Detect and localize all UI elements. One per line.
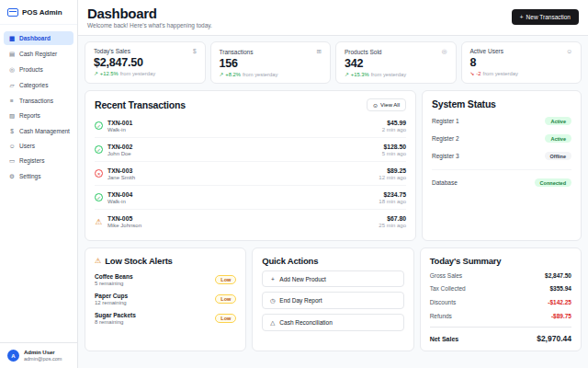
todays-summary-title: Today's Summary — [430, 256, 502, 266]
summary-label: Discounts — [430, 299, 457, 305]
stat-value: 8 — [470, 56, 573, 69]
user-email: admin@pos.com — [24, 356, 62, 362]
check-circle-icon: ✓ — [95, 193, 103, 201]
recent-transactions-title: Recent Transactions — [95, 99, 186, 110]
trend-value: +12.5% — [100, 71, 119, 76]
sidebar-user[interactable]: A Admin User admin@pos.com — [0, 342, 77, 368]
check-circle-icon: ✓ — [95, 145, 103, 154]
transaction-row-txn-004[interactable]: ✓ TXN-004 Walk-in $234.75 18 min ago — [95, 186, 406, 210]
cash-register-icon: ▤ — [8, 51, 16, 58]
reports-icon: ▨ — [8, 112, 16, 120]
stock-product-name: Sugar Packets — [95, 312, 136, 318]
low-badge: Low — [215, 294, 236, 304]
low-stock-list: Coffee Beans 5 remaining Low Paper Cups … — [95, 270, 236, 328]
trend-value: +15.3% — [351, 72, 369, 77]
transaction-customer: Jane Smith — [107, 175, 135, 180]
settings-icon: ⚙ — [8, 173, 16, 180]
bottom-row: ⚠ Low Stock Alerts Coffee Beans 5 remain… — [85, 247, 582, 351]
sidebar-item-label: Categories — [19, 82, 48, 88]
transaction-customer: Walk-in — [107, 199, 132, 204]
new-transaction-button[interactable]: + New Transaction — [512, 9, 579, 25]
users-icon: ☺ — [8, 143, 16, 149]
trend-suffix: from yesterday — [371, 72, 406, 77]
transaction-time: 2 min ago — [382, 127, 406, 132]
transaction-customer: Mike Johnson — [107, 223, 141, 228]
sidebar-item-products[interactable]: ◎ Products — [4, 63, 74, 76]
summary-value: $2,847.50 — [545, 272, 571, 279]
sidebar-item-dashboard[interactable]: ▦ Dashboard — [4, 31, 74, 45]
sidebar-item-label: Products — [19, 66, 43, 73]
stat-trend: ↗ +8.2% from yesterday — [220, 72, 322, 77]
summary-row-tax-collected: Tax Collected $355.94 — [430, 282, 571, 296]
add-new-product-button[interactable]: + Add New Product — [262, 270, 403, 287]
net-sales-row: Net Sales $2,970.44 — [430, 327, 571, 343]
app-title: POS Admin — [22, 8, 62, 17]
transaction-row-txn-002[interactable]: ✓ TXN-002 John Doe $128.50 5 min ago — [95, 138, 406, 162]
net-sales-label: Net Sales — [430, 336, 459, 342]
quick-action-label: End Day Report — [279, 297, 322, 304]
sidebar-item-label: Registers — [19, 157, 44, 164]
transaction-amount: $234.75 — [379, 191, 406, 198]
sidebar-item-categories[interactable]: ▱ Categories — [4, 78, 74, 92]
stock-item-sugar-packets: Sugar Packets 8 remaining Low — [95, 308, 236, 328]
status-label: Register 1 — [432, 118, 459, 124]
x-circle-icon: × — [95, 169, 103, 178]
transaction-id: TXN-002 — [107, 144, 132, 150]
sidebar-item-cash-register[interactable]: ▤ Cash Register — [4, 47, 74, 61]
summary-value: -$142.25 — [548, 299, 571, 305]
stat-products-sold: Products Sold ◎ 342 ↗ +15.3% from yester… — [335, 41, 457, 84]
sidebar-item-cash-management[interactable]: $ Cash Management — [4, 124, 74, 137]
main-area: Dashboard Welcome back! Here's what's ha… — [78, 0, 588, 368]
users-icon: ☺ — [566, 48, 572, 54]
stat-trend: ↗ +12.5% from yesterday — [94, 71, 197, 76]
low-stock-title: Low Stock Alerts — [105, 256, 173, 266]
transaction-amount: $67.80 — [379, 215, 406, 222]
transaction-amount: $45.99 — [382, 120, 406, 126]
transaction-time: 5 min ago — [382, 151, 406, 156]
end-day-report-button[interactable]: ◷ End Day Report — [262, 292, 403, 309]
low-badge: Low — [215, 314, 236, 323]
middle-row: Recent Transactions ⊙ View All ✓ — [85, 90, 582, 241]
transaction-row-txn-005[interactable]: ⚠ TXN-005 Mike Johnson $67.80 25 min ago — [95, 210, 406, 233]
transaction-row-txn-003[interactable]: × TXN-003 Jane Smith $89.25 12 min ago — [95, 162, 406, 186]
sidebar-item-transactions[interactable]: ≡ Transactions — [4, 94, 74, 107]
trend-arrow-icon: ↗ — [94, 71, 98, 76]
stat-value: 156 — [220, 57, 322, 70]
sidebar-item-label: Cash Register — [19, 51, 57, 57]
transaction-amount: $89.25 — [379, 167, 406, 174]
stat-trend: ↘ -2 from yesterday — [470, 71, 573, 76]
categories-icon: ▱ — [8, 82, 16, 89]
sidebar-item-reports[interactable]: ▨ Reports — [4, 109, 74, 122]
transaction-row-txn-001[interactable]: ✓ TXN-001 Walk-in $45.99 2 min ago — [95, 114, 406, 138]
dashboard-content: Today's Sales $ $2,847.50 ↗ +12.5% from … — [78, 36, 588, 368]
trend-arrow-icon: ↗ — [220, 72, 224, 77]
cash-reconciliation-button[interactable]: △ Cash Reconciliation — [262, 314, 403, 331]
dollar-icon: $ — [193, 48, 197, 54]
summary-value: -$89.75 — [551, 313, 571, 319]
recent-transactions-panel: Recent Transactions ⊙ View All ✓ — [85, 90, 416, 241]
sidebar-item-settings[interactable]: ⚙ Settings — [4, 169, 74, 183]
quick-action-label: Add New Product — [279, 276, 326, 282]
summary-row-gross-sales: Gross Sales $2,847.50 — [430, 269, 571, 282]
status-label: Register 3 — [432, 153, 459, 159]
warning-triangle-icon: ⚠ — [95, 257, 101, 265]
stat-label: Products Sold — [345, 49, 381, 55]
view-all-label: View All — [380, 102, 400, 108]
plus-icon: + — [520, 14, 524, 20]
summary-label: Gross Sales — [430, 272, 462, 279]
summary-value: $355.94 — [549, 285, 571, 292]
status-badge: Offline — [545, 152, 571, 160]
package-icon: ◎ — [442, 48, 447, 55]
scale-icon: △ — [269, 319, 276, 327]
sidebar-item-label: Settings — [19, 173, 41, 179]
user-name: Admin User — [24, 350, 62, 355]
sidebar-item-users[interactable]: ☺ Users — [4, 139, 74, 152]
system-status-title: System Status — [432, 98, 496, 109]
transaction-customer: John Doe — [107, 151, 132, 156]
trend-suffix: from yesterday — [243, 72, 277, 77]
trend-value: -2 — [476, 71, 481, 76]
sidebar-item-registers[interactable]: ▭ Registers — [4, 154, 74, 167]
trend-arrow-icon: ↗ — [345, 72, 349, 77]
view-all-button[interactable]: ⊙ View All — [367, 98, 406, 111]
status-row-register-1: Register 1 Active — [432, 112, 571, 130]
